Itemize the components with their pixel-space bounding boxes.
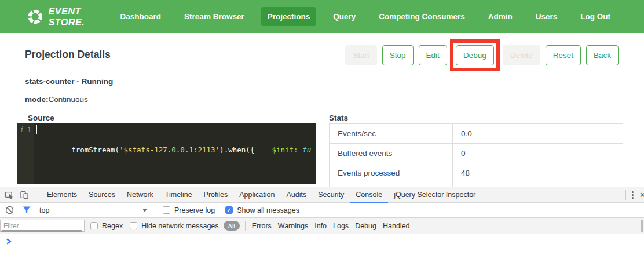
stats-table: Events/sec0.0Buffered events0Events proc… [329,123,623,187]
inspect-element-icon[interactable] [5,190,14,199]
filter-level-debug[interactable]: Debug [355,222,376,230]
devtools-tab-console[interactable]: Console [350,187,388,203]
debug-button[interactable]: Debug [456,45,494,65]
source-section-label: Source [28,114,54,122]
nav-item-log-out[interactable]: Log Out [574,7,617,26]
main-nav: DashboardStream BrowserProjectionsQueryC… [114,7,617,26]
devtools-tab-audits[interactable]: Audits [280,187,312,203]
console-toolbar: top Preserve log ✓ Show all messages [0,203,644,218]
filter-level-warnings[interactable]: Warnings [278,222,308,230]
filter-level-handled[interactable]: Handled [383,222,410,230]
nav-item-dashboard[interactable]: Dashboard [114,7,168,26]
brand[interactable]: EVENT STORE. [27,6,114,28]
code-token-plain [254,145,272,154]
filter-level-logs[interactable]: Logs [333,222,349,230]
mode-value: Continuous [49,95,88,104]
devtools-tab-jquery-selector-inspector[interactable]: jQuery Selector Inspector [388,187,481,203]
stat-value: 0.0 [453,124,623,144]
stat-value: 48 [453,163,623,183]
code-token-string: '$stats-127.0.0.1:2113' [119,145,219,154]
back-button[interactable]: Back [586,45,619,65]
stats-row-events-processed: Events processed48 [330,163,623,183]
stats-row-events-sec: Events/sec0.0 [330,124,623,144]
devtools-menu-icon[interactable] [626,191,639,199]
devtools-tab-profiles[interactable]: Profiles [198,187,234,203]
stats-section-label: Stats [329,114,348,122]
nav-item-admin[interactable]: Admin [482,7,519,26]
main-content: Projection Details Start Stop Edit Debug… [0,33,644,187]
devtools-tab-application[interactable]: Application [233,187,280,203]
devtools-tab-bar: ElementsSourcesNetworkTimelineProfilesAp… [0,187,644,203]
console-output[interactable] [0,234,644,254]
close-icon[interactable]: ✕ [639,191,644,199]
context-selector-value: top [39,206,49,214]
stats-row-buffered-events: Buffered events0 [330,144,623,163]
filter-level-info[interactable]: Info [314,222,327,230]
code-token-function: fu [302,145,311,154]
page-title: Projection Details [25,49,111,61]
regex-checkbox[interactable] [90,222,98,230]
brand-text: EVENT STORE. [49,6,114,28]
devtools-tab-network[interactable]: Network [121,187,159,203]
code-line: fromStream('$stats-127.0.0.1:2113').when… [71,145,311,154]
stat-name: Buffered events [330,144,453,163]
devtools-panel: ElementsSourcesNetworkTimelineProfilesAp… [0,187,644,255]
projection-status: stats-counter - Running [25,77,113,86]
show-all-messages-label[interactable]: Show all messages [237,206,299,214]
show-all-messages-checkbox[interactable]: ✓ [225,206,233,214]
divider [35,190,35,200]
editor-gutter: i 1 [17,123,34,184]
action-buttons: Start Stop Edit Debug Delete Reset Back [340,41,619,70]
stat-name: Events/sec [330,124,453,144]
delete-button: Delete [503,45,540,65]
line-number: 1 [27,125,31,184]
filter-level-errors[interactable]: Errors [252,222,272,230]
preserve-log-label[interactable]: Preserve log [174,206,215,214]
text-cursor [36,125,37,134]
nav-item-competing-consumers[interactable]: Competing Consumers [372,7,471,26]
start-button: Start [345,45,377,65]
stop-button[interactable]: Stop [382,45,414,65]
nav-item-query[interactable]: Query [327,7,362,26]
filter-level-all-badge[interactable]: All [224,221,240,231]
edit-button[interactable]: Edit [419,45,447,65]
code-area[interactable]: fromStream('$stats-127.0.0.1:2113').when… [34,123,316,184]
clear-console-icon[interactable] [5,206,14,215]
debug-highlight-box: Debug [450,39,500,71]
preserve-log-checkbox[interactable] [163,206,170,214]
nav-item-projections[interactable]: Projections [261,7,317,26]
devtools-tab-security[interactable]: Security [312,187,350,203]
code-token-plain [298,145,303,154]
devtools-tab-timeline[interactable]: Timeline [159,187,198,203]
screen: EVENT STORE. DashboardStream BrowserProj… [0,0,644,255]
code-token-plain: ).when({ [219,145,254,154]
eventstore-logo-icon [27,8,43,26]
chevron-down-icon [142,209,147,212]
source-code-editor[interactable]: i 1 fromStream('$stats-127.0.0.1:2113').… [17,123,316,184]
app-header: EVENT STORE. DashboardStream BrowserProj… [0,0,644,33]
stat-value: 0 [453,144,623,163]
gutter-info-annotation: i [20,125,24,184]
devtools-tab-elements[interactable]: Elements [41,187,83,203]
devtools-tab-sources[interactable]: Sources [83,187,121,203]
hide-network-messages-label[interactable]: Hide network messages [141,222,218,230]
mode-label: mode: [25,95,49,104]
device-toolbar-icon[interactable] [20,190,29,199]
execution-context-selector[interactable]: top [39,206,147,214]
console-prompt-icon [6,238,12,245]
reset-button[interactable]: Reset [546,45,581,65]
stat-name: Events processed [330,163,453,183]
horizontal-scrollbar-thumb[interactable] [1,230,82,232]
nav-item-stream-browser[interactable]: Stream Browser [178,7,251,26]
code-token-plain: fromStream( [71,145,119,154]
hide-network-messages-checkbox[interactable] [130,222,137,230]
vertical-scrollbar-thumb[interactable] [641,220,643,232]
regex-label[interactable]: Regex [102,222,123,230]
projection-mode: mode:Continuous [25,95,88,104]
nav-item-users[interactable]: Users [529,7,564,26]
code-token-keyword: $init: [272,145,298,154]
console-filter-bar: Regex Hide network messages All ErrorsWa… [0,218,644,234]
filter-icon[interactable] [22,206,31,215]
